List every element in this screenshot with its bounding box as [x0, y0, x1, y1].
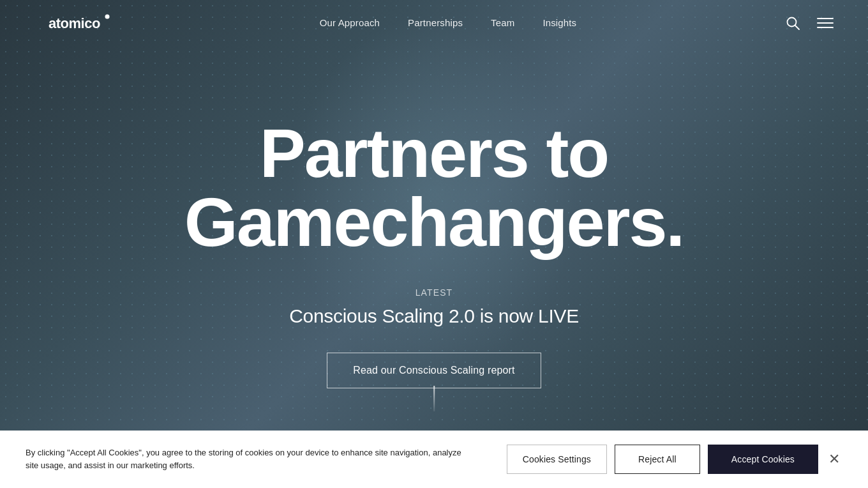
- hero-title-line2: Gamechangers.: [184, 183, 684, 261]
- svg-point-1: [105, 15, 110, 19]
- cookie-text: By clicking "Accept All Cookies", you ag…: [26, 446, 472, 472]
- hero-subtitle-wrapper: Latest Conscious Scaling 2.0 is now LIVE: [289, 287, 579, 327]
- hero-title: Partners to Gamechangers.: [184, 119, 684, 257]
- logo[interactable]: atomico: [31, 11, 114, 34]
- nav-links: Our Approach Partnerships Team Insights: [320, 17, 577, 29]
- cookie-actions: Cookies Settings Reject All Accept Cooki…: [507, 445, 842, 474]
- menu-line-3: [817, 27, 834, 28]
- hamburger-menu-button[interactable]: [817, 13, 837, 33]
- hero-title-line1: Partners to: [260, 114, 608, 192]
- logo-svg: atomico: [31, 11, 114, 34]
- reject-all-button[interactable]: Reject All: [615, 445, 700, 474]
- nav-link-insights[interactable]: Insights: [542, 17, 576, 28]
- hero-live-text: Conscious Scaling 2.0 is now LIVE: [289, 305, 579, 327]
- close-cookie-banner-button[interactable]: ✕: [826, 450, 842, 469]
- cta-read-report-button[interactable]: Read our Conscious Scaling report: [327, 353, 541, 388]
- search-icon: [786, 16, 800, 30]
- main-nav: atomico Our Approach Partnerships Team I…: [0, 0, 868, 46]
- nav-item-our-approach[interactable]: Our Approach: [320, 17, 380, 29]
- nav-link-team[interactable]: Team: [491, 17, 514, 28]
- svg-text:atomico: atomico: [49, 15, 100, 31]
- close-icon: ✕: [828, 452, 840, 466]
- nav-link-partnerships[interactable]: Partnerships: [408, 17, 463, 28]
- menu-line-1: [817, 18, 834, 19]
- hero-latest-label: Latest: [415, 287, 453, 298]
- svg-line-3: [795, 26, 800, 30]
- nav-item-insights[interactable]: Insights: [542, 17, 576, 29]
- hero-content: Partners to Gamechangers. Latest Conscio…: [0, 0, 868, 488]
- search-button[interactable]: [782, 13, 803, 33]
- cookies-settings-button[interactable]: Cookies Settings: [507, 445, 607, 474]
- nav-link-our-approach[interactable]: Our Approach: [320, 17, 380, 28]
- nav-item-partnerships[interactable]: Partnerships: [408, 17, 463, 29]
- scroll-line: [433, 386, 435, 411]
- cookie-banner: By clicking "Accept All Cookies", you ag…: [0, 431, 868, 488]
- accept-cookies-button[interactable]: Accept Cookies: [708, 445, 818, 474]
- nav-item-team[interactable]: Team: [491, 17, 514, 29]
- nav-right-actions: [782, 13, 837, 33]
- scroll-indicator: [433, 386, 435, 411]
- menu-line-2: [817, 22, 834, 24]
